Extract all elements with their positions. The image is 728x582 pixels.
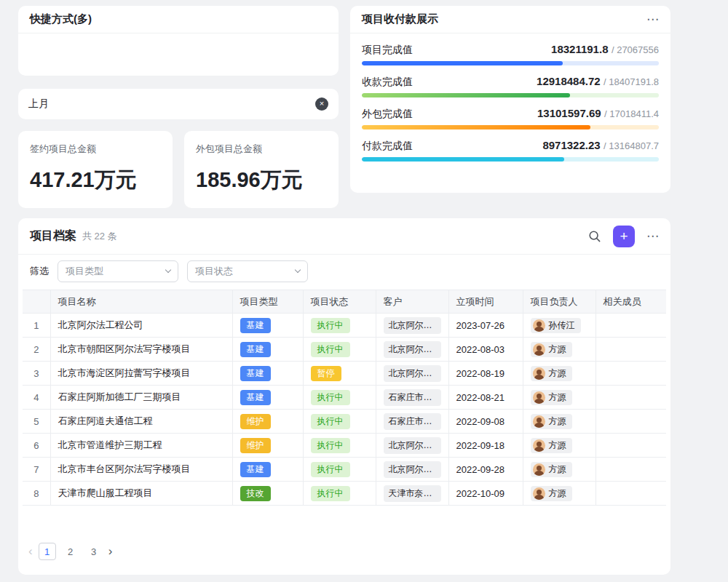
progress-fill [362,157,564,162]
projects-table: 项目名称 项目类型 项目状态 客户 立项时间 项目负责人 相关成员 1 北京阿尔… [23,290,666,506]
owner-tag: 方源 [531,366,572,381]
clear-filter-icon[interactable]: × [315,97,328,111]
table-row[interactable]: 6 北京市管道维护三期工程 维护 执行中 北京阿尔法… 2022-09-18 方… [23,434,666,458]
page-button-2[interactable]: 2 [62,543,79,560]
payments-card: 项目收付款展示 ⋯ 项目完成值 18321191.8 / 27067556 收款… [350,6,670,193]
avatar [533,463,545,476]
members-cell [596,458,666,482]
stat-card-signed-total: 签约项目总金额 417.21万元 [18,131,173,208]
members-cell [596,482,666,506]
col-customer: 客户 [376,290,448,314]
customer-tag: 北京阿尔法… [384,341,441,358]
project-status-select[interactable]: 项目状态 [187,260,308,282]
start-date: 2022-09-28 [448,458,523,482]
search-icon[interactable] [588,230,601,243]
progress-track [362,125,659,129]
stat-value: 185.96万元 [196,166,327,195]
owner-name: 方源 [549,391,566,404]
payments-header: 项目收付款展示 ⋯ [350,6,670,33]
row-index: 2 [23,338,50,362]
table-row[interactable]: 4 石家庄阿斯加德工厂三期项目 基建 执行中 石家庄市A县… 2022-08-2… [23,386,666,410]
table-row[interactable]: 2 北京市朝阳区阿尔法写字楼项目 基建 执行中 北京阿尔法… 2022-08-0… [23,338,666,362]
status-tag: 执行中 [311,486,350,501]
progress-track [362,61,659,65]
metric-payment-completion: 付款完成值 8971322.23 / 13164807.7 [362,138,659,162]
table-row[interactable]: 1 北京阿尔法工程公司 基建 执行中 北京阿尔法… 2023-07-26 孙传江 [23,314,666,338]
project-name: 北京阿尔法工程公司 [50,314,232,338]
project-name: 北京市管道维护三期工程 [50,434,232,458]
metric-value: 8971322.23 [542,139,600,151]
status-tag: 执行中 [311,390,350,405]
owner-name: 方源 [549,367,566,380]
progress-fill [362,125,590,129]
row-index: 4 [23,386,50,410]
status-tag: 执行中 [311,462,350,477]
prev-page-icon[interactable]: ‹ [28,544,33,559]
archive-title: 项目档案 [30,228,76,244]
col-start-date: 立项时间 [448,290,523,314]
avatar [533,415,545,428]
page-button-3[interactable]: 3 [85,543,103,560]
avatar [533,319,545,332]
stat-value: 417.21万元 [30,166,161,195]
owner-name: 方源 [549,343,566,356]
more-menu-icon[interactable]: ⋯ [646,13,659,25]
avatar [533,343,545,356]
project-name: 石家庄阿斯加德工厂三期项目 [50,386,232,410]
project-name: 天津市爬山服工程项目 [50,482,232,506]
page-button-1[interactable]: 1 [39,543,56,560]
time-filter-card[interactable]: 上月 × [18,89,339,119]
owner-tag: 方源 [531,414,572,429]
owner-tag: 方源 [531,390,572,405]
status-tag: 执行中 [311,342,350,357]
metric-label: 外包完成值 [362,106,413,121]
row-index: 8 [23,482,50,506]
type-tag: 基建 [240,342,271,357]
start-date: 2022-08-21 [448,386,523,410]
metric-label: 收款完成值 [362,74,413,89]
members-cell [596,362,666,386]
table-row[interactable]: 8 天津市爬山服工程项目 技改 执行中 天津市奈文… 2022-10-09 方源 [23,482,666,506]
members-cell [596,386,666,410]
avatar [533,439,545,452]
start-date: 2022-09-08 [448,410,523,434]
customer-tag: 石家庄市A县 [384,413,441,430]
project-type-select[interactable]: 项目类型 [58,260,178,282]
table-row[interactable]: 5 石家庄阿道夫通信工程 维护 执行中 石家庄市A县 2022-09-08 方源 [23,410,666,434]
members-cell [596,410,666,434]
owner-name: 孙传江 [549,319,575,332]
record-count: 共 22 条 [82,230,117,243]
project-name: 北京市朝阳区阿尔法写字楼项目 [50,338,232,362]
metric-collection-completion: 收款完成值 12918484.72 / 18407191.8 [362,74,659,97]
owner-tag: 方源 [531,486,572,501]
more-menu-icon[interactable]: ⋯ [646,230,659,242]
payments-body: 项目完成值 18321191.8 / 27067556 收款完成值 129184… [350,33,670,162]
col-owner: 项目负责人 [523,290,596,314]
type-tag: 基建 [240,318,271,333]
chevron-down-icon [295,267,301,273]
row-index: 1 [23,314,50,338]
status-tag: 暂停 [311,366,341,381]
select-placeholder: 项目状态 [195,265,233,278]
customer-tag: 石家庄市A县… [384,389,441,406]
shortcuts-title: 快捷方式(多) [30,12,92,26]
shortcuts-body [18,33,339,74]
next-page-icon[interactable]: › [108,544,113,559]
start-date: 2023-07-26 [448,314,523,338]
shortcuts-card: 快捷方式(多) [18,6,339,76]
type-tag: 基建 [240,462,271,477]
members-cell [596,338,666,362]
progress-track [362,157,659,162]
stat-label: 外包项目总金额 [196,143,327,156]
avatar [533,367,545,380]
table-row[interactable]: 3 北京市海淀区阿拉蕾写字楼项目 基建 暂停 北京阿尔法… 2022-08-19… [23,362,666,386]
customer-tag: 北京阿尔法… [384,317,441,334]
project-name: 石家庄阿道夫通信工程 [50,410,232,434]
row-index: 5 [23,410,50,434]
add-record-button[interactable]: + [613,226,635,247]
metric-outsource-completion: 外包完成值 13101597.69 / 17018411.4 [362,106,659,129]
shortcuts-header: 快捷方式(多) [18,6,339,33]
col-project-name: 项目名称 [50,290,232,314]
table-row[interactable]: 7 北京市丰台区阿尔法写字楼项目 基建 执行中 北京阿尔法… 2022-09-2… [23,458,666,482]
metric-value: 13101597.69 [537,107,601,119]
